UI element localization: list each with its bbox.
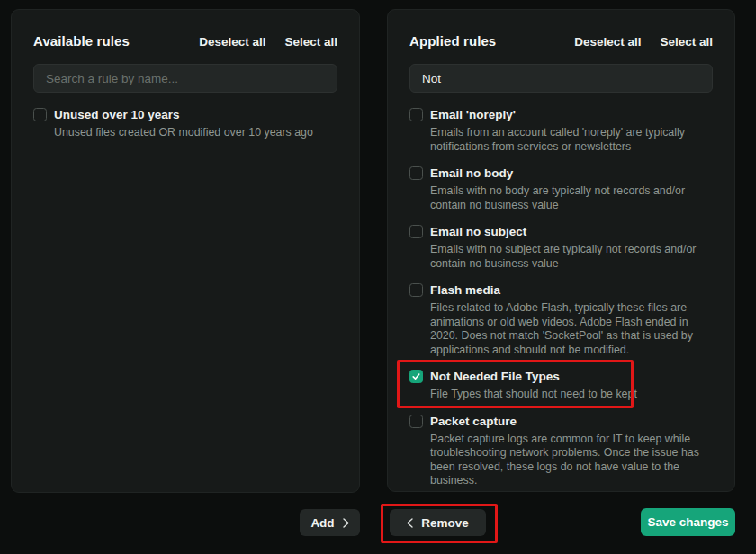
available-header-links: Deselect all Select all [199,35,338,49]
rule-item: Email no body Emails with no body are ty… [410,165,713,212]
applied-deselect-all-link[interactable]: Deselect all [574,35,641,49]
available-rules-list: Unused over 10 years Unused files create… [33,107,338,140]
save-changes-button[interactable]: Save changes [641,508,735,536]
rule-label: Email 'noreply' [430,107,713,122]
available-rules-panel: Available rules Deselect all Select all … [11,9,360,493]
rule-description: Emails with no subject are typically not… [430,243,713,271]
available-select-all-link[interactable]: Select all [284,35,338,49]
rule-checkbox[interactable] [33,108,47,121]
rule-label: Not Needed File Types [430,369,713,384]
applied-panel-header: Applied rules Deselect all Select all [410,33,713,49]
rule-item: Flash media Files related to Adobe Flash… [410,282,713,357]
applied-panel-title: Applied rules [410,33,496,49]
rule-checkbox[interactable] [410,415,423,428]
rule-label: Unused over 10 years [54,107,338,122]
available-search-input[interactable] [33,64,338,93]
rule-item: Email no subject Emails with no subject … [410,224,713,271]
rule-description: Unused files created OR modified over 10… [54,126,338,140]
remove-button-label: Remove [421,516,469,530]
rule-checkbox[interactable] [410,108,423,121]
applied-rules-panel: Applied rules Deselect all Select all Em… [387,9,735,492]
rule-description: Emails with no body are typically not re… [430,184,713,212]
checkmark-icon [411,371,421,381]
applied-rules-list: Email 'noreply' Emails from an account c… [410,107,713,488]
rule-item: Not Needed File Types File Types that sh… [410,369,713,402]
add-button-label: Add [310,516,334,530]
available-panel-title: Available rules [33,33,130,49]
rule-item: Email 'noreply' Emails from an account c… [410,107,713,154]
rule-label: Packet capture [430,414,713,429]
rule-description: Packet capture logs are common for IT to… [430,433,713,488]
applied-select-all-link[interactable]: Select all [660,35,713,49]
available-deselect-all-link[interactable]: Deselect all [199,35,266,49]
rule-description: Emails from an account called 'noreply' … [430,126,713,154]
add-button[interactable]: Add [300,509,360,536]
rule-label: Email no subject [430,224,713,239]
rule-checkbox[interactable] [410,283,423,297]
chevron-right-icon [343,518,349,528]
rule-label: Email no body [430,165,713,181]
remove-button[interactable]: Remove [390,509,486,536]
chevron-left-icon [407,518,413,528]
rule-item: Unused over 10 years Unused files create… [33,107,338,140]
rule-item: Packet capture Packet capture logs are c… [410,414,713,488]
applied-search-input[interactable] [410,64,713,93]
rule-checkbox[interactable] [410,166,423,180]
rule-description: File Types that should not need to be ke… [430,388,713,402]
rule-checkbox[interactable] [410,225,423,238]
rule-label: Flash media [430,282,713,298]
rule-checkbox[interactable] [410,370,423,383]
rule-description: Files related to Adobe Flash, typically … [430,301,713,357]
remove-button-wrap: Remove [390,509,486,536]
available-panel-header: Available rules Deselect all Select all [33,33,338,49]
applied-header-links: Deselect all Select all [574,35,713,49]
